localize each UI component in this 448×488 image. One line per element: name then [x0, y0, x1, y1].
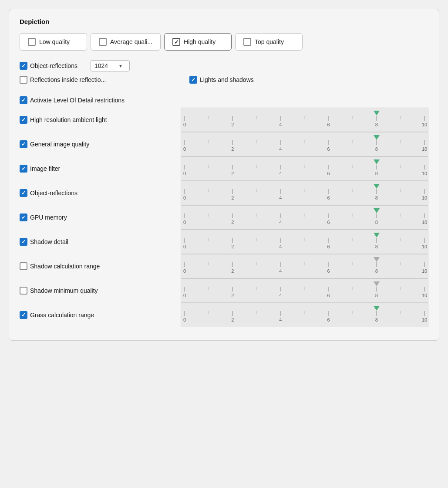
object-reflections-label[interactable]: Object-reflections	[20, 62, 77, 70]
reflections-inside-label[interactable]: Reflections inside reflectio...	[20, 76, 176, 84]
lod-slider-shadow_min[interactable]: 0246810	[181, 278, 428, 303]
lod-checkbox-grass	[20, 311, 27, 319]
lod-text-image_quality: General image quality	[30, 141, 89, 148]
low-quality-label: Low quality	[39, 38, 70, 45]
top-quality-checkbox	[243, 38, 251, 46]
lod-label-shadow_min[interactable]: Shadow minimum quality	[20, 284, 176, 297]
lod-label-shadow_detail[interactable]: Shadow detail	[20, 235, 176, 248]
lod-text-image_filter: Image filter	[30, 165, 60, 172]
lod-item-shadow_min: Shadow minimum quality0246810	[20, 278, 428, 303]
lod-checkbox-image_quality	[20, 140, 27, 148]
lod-text-ambient: High resolution ambient light	[30, 116, 107, 123]
lod-item-image_filter: Image filter0246810	[20, 156, 428, 181]
average-quality-label: Average quali...	[110, 38, 152, 45]
average-quality-button[interactable]: Average quali...	[91, 33, 161, 51]
lod-label-gpu[interactable]: GPU memory	[20, 211, 176, 224]
lod-checkbox-ambient	[20, 116, 27, 124]
lod-item-shadow_calc: Shadow calculation range0246810	[20, 254, 428, 278]
lod-label-shadow_calc[interactable]: Shadow calculation range	[20, 260, 176, 273]
activate-lod-checkbox	[20, 96, 27, 104]
lod-item-image_quality: General image quality0246810	[20, 132, 428, 156]
lod-slider-grass[interactable]: 0246810	[181, 303, 428, 327]
activate-lod-text: Activate Level Of Detail restrictions	[30, 97, 125, 104]
lod-checkbox-obj_reflect	[20, 189, 27, 197]
quality-buttons-group: Low quality Average quali... High qualit…	[20, 33, 428, 51]
depiction-panel: Depiction Low quality Average quali... H…	[9, 9, 439, 341]
lod-slider-shadow_calc[interactable]: 0246810	[181, 254, 428, 278]
high-quality-button[interactable]: High quality	[164, 33, 232, 51]
lod-item-shadow_detail: Shadow detail0246810	[20, 230, 428, 254]
lod-checkbox-gpu	[20, 214, 27, 221]
reflections-inside-checkbox	[20, 76, 27, 84]
lod-label-ambient[interactable]: High resolution ambient light	[20, 113, 176, 126]
high-quality-label: High quality	[184, 38, 216, 45]
lod-slider-obj_reflect[interactable]: 0246810	[181, 181, 428, 205]
lod-text-shadow_calc: Shadow calculation range	[30, 263, 100, 270]
lod-item-obj_reflect: Object-reflections0246810	[20, 181, 428, 205]
lod-text-grass: Grass calculation range	[30, 312, 94, 319]
activate-lod-label[interactable]: Activate Level Of Detail restrictions	[20, 96, 125, 104]
object-reflections-row: Object-reflections 1024 ▼	[20, 60, 428, 71]
lod-item-gpu: GPU memory0246810	[20, 205, 428, 230]
top-quality-button[interactable]: Top quality	[235, 33, 303, 51]
dropdown-arrow-icon: ▼	[118, 64, 123, 68]
lod-item-ambient: High resolution ambient light0246810	[20, 108, 428, 132]
lod-sliders: High resolution ambient light0246810Gene…	[20, 108, 428, 327]
panel-title: Depiction	[20, 18, 428, 25]
lod-label-image_quality[interactable]: General image quality	[20, 138, 176, 151]
dropdown-value: 1024	[94, 62, 108, 69]
lod-slider-gpu[interactable]: 0246810	[181, 205, 428, 230]
divider	[20, 90, 428, 90]
average-quality-checkbox	[99, 38, 107, 46]
lod-checkbox-shadow_detail	[20, 238, 27, 246]
object-reflections-checkbox	[20, 62, 27, 70]
lod-text-shadow_detail: Shadow detail	[30, 238, 68, 245]
lod-text-obj_reflect: Object-reflections	[30, 190, 77, 197]
lod-slider-ambient[interactable]: 0246810	[181, 108, 428, 132]
lod-checkbox-shadow_min	[20, 287, 27, 295]
reflections-inside-text: Reflections inside reflectio...	[30, 76, 106, 83]
object-reflections-text: Object-reflections	[30, 62, 77, 69]
lights-shadows-text: Lights and shadows	[200, 76, 254, 83]
lights-shadows-checkbox	[189, 76, 197, 84]
lod-label-obj_reflect[interactable]: Object-reflections	[20, 186, 176, 200]
lod-label-image_filter[interactable]: Image filter	[20, 162, 176, 175]
low-quality-checkbox	[28, 38, 36, 46]
lights-shadows-label[interactable]: Lights and shadows	[189, 76, 254, 84]
lod-checkbox-shadow_calc	[20, 262, 27, 270]
resolution-dropdown[interactable]: 1024 ▼	[91, 60, 130, 71]
lod-label-grass[interactable]: Grass calculation range	[20, 308, 176, 322]
lod-text-shadow_min: Shadow minimum quality	[30, 287, 98, 294]
lod-slider-shadow_detail[interactable]: 0246810	[181, 230, 428, 254]
lod-slider-image_filter[interactable]: 0246810	[181, 156, 428, 181]
low-quality-button[interactable]: Low quality	[20, 33, 87, 51]
lod-item-grass: Grass calculation range0246810	[20, 303, 428, 327]
high-quality-checkbox	[172, 38, 180, 46]
reflections-lights-row: Reflections inside reflectio... Lights a…	[20, 76, 428, 84]
activate-lod-row: Activate Level Of Detail restrictions	[20, 96, 428, 104]
lod-slider-image_quality[interactable]: 0246810	[181, 132, 428, 156]
lod-checkbox-image_filter	[20, 165, 27, 173]
top-quality-label: Top quality	[255, 38, 284, 45]
lod-text-gpu: GPU memory	[30, 214, 67, 221]
